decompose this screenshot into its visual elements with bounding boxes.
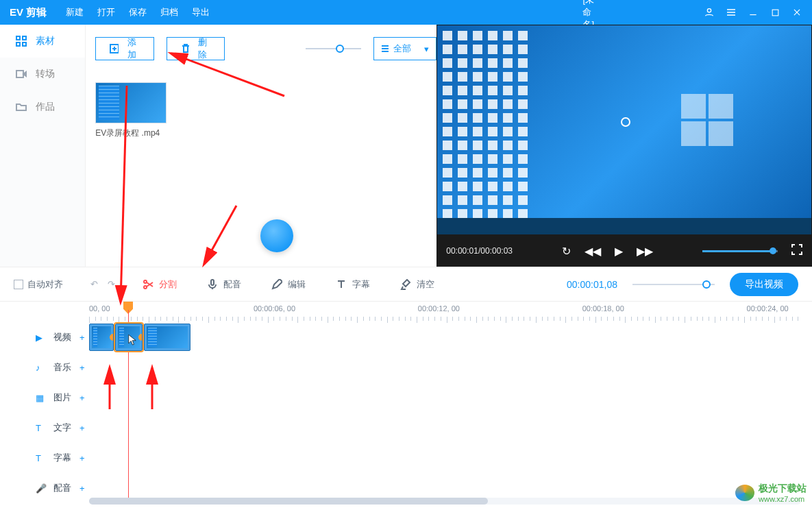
track-label: 文字 [53,422,71,434]
split-tool[interactable]: 分割 [143,278,177,291]
text-icon: T [36,423,47,433]
video-clip[interactable] [89,324,114,351]
track-lane[interactable] [89,413,812,443]
menu-export[interactable]: 导出 [192,6,210,19]
mic-icon: 🎤 [36,483,47,494]
add-track-icon[interactable]: + [79,363,85,373]
sidebar-label: 转场 [36,68,55,80]
preview-taskbar [437,218,811,234]
clear-tool[interactable]: 清空 [400,278,434,291]
loading-spinner-icon [621,117,630,127]
track-lane[interactable] [89,322,812,352]
time-ruler[interactable]: 00, 0000:00:06, 0000:00:12, 0000:00:18, … [89,302,804,322]
add-track-icon[interactable]: + [79,483,85,494]
media-filename: EV录屏教程 .mp4 [95,127,168,139]
filter-select[interactable]: 全部 ▾ [373,37,436,60]
dub-tool[interactable]: 配音 [207,278,241,291]
delete-button[interactable]: 删除 [167,37,225,60]
preview-desktop-icons: document.write(Array.from({length:84}).m… [443,31,532,202]
forward-icon[interactable]: ▶▶ [637,245,653,258]
track-lane[interactable] [89,352,812,382]
menu-archive[interactable]: 归档 [160,6,178,19]
dub-label: 配音 [223,278,241,291]
title-bar: EV 剪辑 新建 打开 保存 归档 导出 [未命名] [0,0,812,25]
sidebar-label: 作品 [36,101,55,113]
add-track-icon[interactable]: + [79,453,85,463]
export-video-button[interactable]: 导出视频 [730,273,798,296]
filter-label: 全部 [393,42,411,55]
redo-icon[interactable]: ↷ [108,279,115,289]
menu-open[interactable]: 打开 [97,6,115,19]
video-clip-selected[interactable] [115,324,143,351]
add-track-icon[interactable]: + [79,423,85,433]
watermark-name: 极光下载站 [759,483,807,494]
pencil-icon [271,279,282,290]
timeline-scrollbar[interactable] [89,498,801,505]
sidebar: 素材 转场 作品 [0,25,86,267]
track-label: 配音 [53,482,71,494]
rewind-icon[interactable]: ◀◀ [585,245,601,258]
timeline-zoom-slider[interactable] [632,278,715,291]
loop-icon[interactable]: ↻ [562,245,571,258]
menu-icon[interactable] [726,7,737,18]
menu-new[interactable]: 新建 [66,6,84,19]
scissors-icon [143,279,153,290]
add-track-icon[interactable]: + [79,332,85,343]
subtitle-label: 字幕 [352,278,370,291]
watermark: 极光下载站 www.xz7.com [735,483,807,503]
svg-point-0 [707,9,711,12]
grid-icon [15,35,27,47]
tracks-container: ▶视频+ ♪音乐+ ▦图片+ T文字+ T字幕+ 🎤配音+ [0,322,812,503]
edit-tool[interactable]: 编辑 [271,278,306,291]
svg-point-9 [144,286,147,289]
close-icon[interactable] [791,7,802,18]
track-lane[interactable] [89,382,812,413]
split-label: 分割 [159,278,177,291]
add-icon [110,44,118,53]
chevron-down-icon: ▾ [424,44,429,54]
preview-panel: document.write(Array.from({length:84}).m… [436,25,812,267]
timeline: 00, 0000:00:06, 0000:00:12, 0000:00:18, … [0,302,812,507]
track-lane[interactable] [89,443,812,473]
trash-icon [181,44,189,53]
svg-rect-10 [211,280,214,285]
play-icon[interactable]: ▶ [615,245,623,258]
svg-rect-5 [23,42,26,46]
watermark-url: www.xz7.com [759,495,807,503]
floating-action-button[interactable] [260,219,293,252]
watermark-logo-icon [735,485,754,501]
volume-slider[interactable] [702,250,778,252]
maximize-icon[interactable] [770,7,780,18]
preview-video[interactable]: document.write(Array.from({length:84}).m… [437,25,811,234]
fullscreen-icon[interactable] [791,244,802,258]
preview-timecode: 00:00:01/00:00:03 [446,246,513,256]
track-image: ▦图片+ [0,382,812,413]
mic-icon [207,279,218,290]
delete-label: 删除 [195,36,210,61]
sidebar-tab-transition[interactable]: 转场 [0,58,85,90]
cursor-icon [128,334,138,346]
sidebar-tab-works[interactable]: 作品 [0,90,85,123]
add-button[interactable]: 添加 [95,37,153,60]
menu-save[interactable]: 保存 [129,6,147,19]
minimize-icon[interactable] [748,7,759,18]
thumbnail-size-slider[interactable] [306,42,361,56]
add-track-icon[interactable]: + [79,393,85,403]
auto-align-checkbox[interactable]: 自动对齐 [14,278,63,291]
track-text: T文字+ [0,413,812,443]
main-menu: 新建 打开 保存 归档 导出 [66,6,210,19]
sidebar-label: 素材 [36,35,55,47]
track-label: 字幕 [53,452,71,464]
video-clip[interactable] [144,324,190,351]
subtitle-tool[interactable]: 字幕 [336,278,370,291]
add-label: 添加 [124,36,140,61]
user-icon[interactable] [704,7,715,18]
sidebar-tab-material[interactable]: 素材 [0,25,85,58]
undo-icon[interactable]: ↶ [90,279,98,289]
track-label: 音乐 [53,361,71,374]
clear-label: 清空 [417,278,434,291]
playhead-time: 00:00:01,08 [567,279,617,290]
track-label: 图片 [53,391,71,404]
music-icon: ♪ [36,363,47,373]
media-item[interactable]: EV录屏教程 .mp4 [95,82,168,139]
